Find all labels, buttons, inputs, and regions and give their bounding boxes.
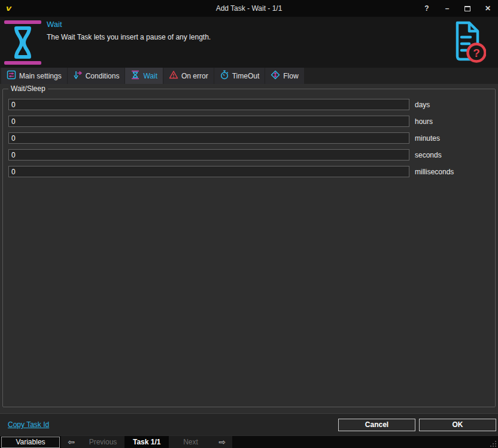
- cancel-button[interactable]: Cancel: [338, 419, 415, 431]
- maximize-button[interactable]: [457, 0, 478, 17]
- task-name: Wait: [47, 20, 211, 29]
- seconds-input[interactable]: [8, 149, 409, 161]
- window-controls: ? – ✕: [417, 0, 498, 17]
- tab-label: Conditions: [86, 72, 120, 80]
- app-logo-icon: v: [6, 4, 11, 13]
- tab-timeout[interactable]: TimeOut: [214, 68, 265, 84]
- task-description: The Wait Task lets you insert a pause of…: [47, 33, 211, 41]
- field-row-minutes: minutes: [8, 132, 489, 144]
- tab-flow[interactable]: Flow: [265, 68, 303, 84]
- resize-grip[interactable]: [490, 441, 496, 447]
- minutes-input[interactable]: [8, 132, 409, 144]
- seconds-label: seconds: [415, 151, 442, 159]
- maximize-icon: [464, 6, 470, 11]
- svg-text:?: ?: [473, 47, 480, 59]
- group-title: Wait/Sleep: [8, 84, 48, 93]
- sliders-icon: [7, 70, 16, 81]
- previous-arrow-icon[interactable]: ⇦: [61, 437, 81, 447]
- days-input[interactable]: [8, 99, 409, 110]
- milliseconds-input[interactable]: [8, 166, 409, 177]
- tab-wait[interactable]: Wait: [125, 68, 163, 84]
- tab-label: Flow: [283, 72, 298, 80]
- field-row-hours: hours: [8, 116, 489, 127]
- tab-label: Wait: [143, 72, 157, 80]
- field-row-days: days: [8, 99, 489, 110]
- flow-diamond-icon: [271, 70, 280, 81]
- action-bar: Copy Task Id Cancel OK: [0, 413, 498, 435]
- hourglass-icon: [4, 20, 41, 67]
- milliseconds-label: milliseconds: [415, 168, 454, 176]
- titlebar: v Add Task - Wait - 1/1 ? – ✕: [0, 0, 498, 17]
- days-label: days: [415, 101, 430, 109]
- next-arrow-icon[interactable]: ⇨: [212, 437, 232, 447]
- task-header-text: Wait The Wait Task lets you insert a pau…: [47, 20, 211, 41]
- tab-bar: Main settings Conditions Wait: [0, 68, 498, 84]
- status-bar: Variables ⇦ Previous Task 1/1 Next ⇨: [0, 435, 498, 448]
- wait-sleep-group: Wait/Sleep days hours minutes seconds mi…: [2, 89, 496, 407]
- minutes-label: minutes: [415, 134, 440, 143]
- documentation-help-icon[interactable]: ?: [450, 19, 486, 66]
- tab-on-error[interactable]: On error: [163, 68, 214, 84]
- dialog-buttons: Cancel OK: [338, 419, 496, 431]
- tab-label: On error: [181, 72, 208, 80]
- stopwatch-icon: [220, 70, 229, 81]
- close-button[interactable]: ✕: [478, 0, 498, 17]
- hours-label: hours: [415, 117, 433, 126]
- tab-label: TimeOut: [232, 72, 260, 80]
- warning-triangle-icon: [169, 70, 178, 81]
- help-button[interactable]: ?: [417, 0, 437, 17]
- hourglass-icon: [130, 70, 140, 81]
- branch-arrow-icon: [73, 70, 83, 81]
- ok-button[interactable]: OK: [419, 419, 496, 431]
- hours-input[interactable]: [8, 116, 409, 127]
- minimize-button[interactable]: –: [437, 0, 457, 17]
- next-button[interactable]: Next: [169, 438, 212, 446]
- tab-conditions[interactable]: Conditions: [68, 68, 125, 84]
- tab-main-settings[interactable]: Main settings: [1, 68, 67, 84]
- previous-button[interactable]: Previous: [81, 438, 124, 446]
- tab-label: Main settings: [19, 72, 62, 80]
- task-header: Wait The Wait Task lets you insert a pau…: [0, 17, 498, 68]
- task-counter: Task 1/1: [124, 436, 169, 448]
- wait-tab-panel: Wait/Sleep days hours minutes seconds mi…: [0, 84, 498, 413]
- variables-button[interactable]: Variables: [1, 437, 60, 448]
- copy-task-id-link[interactable]: Copy Task Id: [8, 420, 49, 429]
- task-nav-panel: ⇦ Previous Task 1/1 Next ⇨: [61, 436, 232, 448]
- field-row-seconds: seconds: [8, 149, 489, 161]
- field-row-milliseconds: milliseconds: [8, 166, 489, 177]
